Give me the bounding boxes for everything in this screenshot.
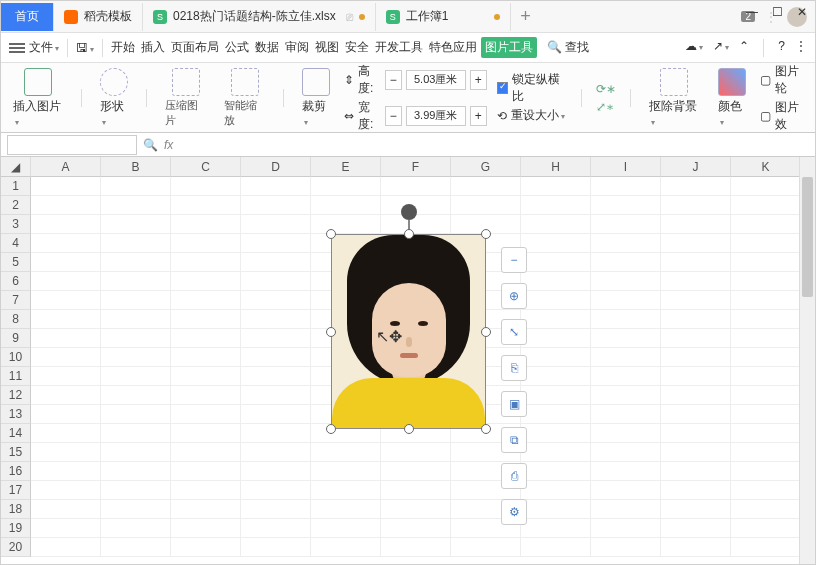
cell[interactable] bbox=[661, 443, 731, 462]
reset-size-button[interactable]: 重设大小▾ bbox=[511, 107, 565, 124]
cell[interactable] bbox=[31, 462, 101, 481]
cell[interactable] bbox=[521, 348, 591, 367]
menu-review[interactable]: 审阅 bbox=[283, 39, 311, 56]
menu-special[interactable]: 特色应用 bbox=[427, 39, 479, 56]
close-icon[interactable]: ✕ bbox=[797, 5, 807, 19]
cell[interactable] bbox=[381, 519, 451, 538]
cell[interactable] bbox=[241, 386, 311, 405]
resize-handle[interactable] bbox=[326, 327, 336, 337]
insert-picture-button[interactable]: 插入图片▾ bbox=[9, 68, 67, 127]
cell[interactable] bbox=[101, 462, 171, 481]
cell[interactable] bbox=[591, 253, 661, 272]
cell[interactable] bbox=[731, 481, 801, 500]
cell[interactable] bbox=[311, 538, 381, 557]
cell[interactable] bbox=[731, 348, 801, 367]
menu-layout[interactable]: 页面布局 bbox=[169, 39, 221, 56]
cell[interactable] bbox=[591, 367, 661, 386]
cell[interactable] bbox=[311, 215, 381, 234]
cell[interactable] bbox=[311, 443, 381, 462]
cell[interactable] bbox=[171, 329, 241, 348]
cell[interactable] bbox=[521, 481, 591, 500]
cell[interactable] bbox=[171, 310, 241, 329]
cell[interactable] bbox=[171, 443, 241, 462]
new-tab-button[interactable]: + bbox=[511, 6, 539, 27]
cell[interactable] bbox=[521, 405, 591, 424]
cell[interactable] bbox=[731, 424, 801, 443]
crop-button[interactable]: 裁剪▾ bbox=[298, 68, 334, 127]
cell[interactable] bbox=[101, 538, 171, 557]
cell[interactable] bbox=[661, 310, 731, 329]
cell[interactable] bbox=[171, 405, 241, 424]
col-header[interactable]: F bbox=[381, 157, 451, 177]
row-header[interactable]: 9 bbox=[1, 329, 31, 348]
smart-scale-button[interactable]: 智能缩放 bbox=[220, 68, 269, 128]
menu-formula[interactable]: 公式 bbox=[223, 39, 251, 56]
shape-button[interactable]: 形状▾ bbox=[96, 68, 132, 127]
cell[interactable] bbox=[101, 177, 171, 196]
file-menu[interactable]: 文件▾ bbox=[27, 39, 61, 56]
cell[interactable] bbox=[661, 386, 731, 405]
tab-templates[interactable]: 稻壳模板 bbox=[54, 3, 143, 31]
cell[interactable] bbox=[241, 310, 311, 329]
cell[interactable] bbox=[241, 367, 311, 386]
cloud-icon[interactable]: ☁▾ bbox=[685, 39, 703, 57]
cell[interactable] bbox=[171, 367, 241, 386]
cell[interactable] bbox=[731, 386, 801, 405]
cell[interactable] bbox=[241, 272, 311, 291]
cell[interactable] bbox=[311, 519, 381, 538]
select-float-button[interactable]: ▣ bbox=[501, 391, 527, 417]
cell[interactable] bbox=[661, 329, 731, 348]
cell[interactable] bbox=[661, 538, 731, 557]
settings-float-button[interactable]: ⚙ bbox=[501, 499, 527, 525]
compress-button[interactable]: 压缩图片 bbox=[161, 68, 210, 128]
cell[interactable] bbox=[31, 177, 101, 196]
cell[interactable] bbox=[171, 291, 241, 310]
cell[interactable] bbox=[171, 234, 241, 253]
lock-aspect-checkbox[interactable] bbox=[497, 82, 508, 94]
col-header[interactable]: D bbox=[241, 157, 311, 177]
cell[interactable] bbox=[31, 386, 101, 405]
cell[interactable] bbox=[171, 215, 241, 234]
cell[interactable] bbox=[731, 500, 801, 519]
resize-handle[interactable] bbox=[481, 327, 491, 337]
cell[interactable] bbox=[31, 443, 101, 462]
cell[interactable] bbox=[171, 424, 241, 443]
cell[interactable] bbox=[381, 215, 451, 234]
cell[interactable] bbox=[591, 500, 661, 519]
cell[interactable] bbox=[591, 443, 661, 462]
width-plus-button[interactable]: + bbox=[470, 106, 487, 126]
cell[interactable] bbox=[101, 253, 171, 272]
cell[interactable] bbox=[521, 500, 591, 519]
cell[interactable] bbox=[381, 462, 451, 481]
rotate-handle[interactable] bbox=[401, 204, 417, 220]
cell[interactable] bbox=[661, 234, 731, 253]
vertical-scrollbar[interactable] bbox=[799, 157, 815, 564]
height-minus-button[interactable]: − bbox=[385, 70, 402, 90]
cell[interactable] bbox=[171, 500, 241, 519]
cell[interactable] bbox=[241, 196, 311, 215]
cell[interactable] bbox=[591, 329, 661, 348]
cell[interactable] bbox=[521, 215, 591, 234]
cell[interactable] bbox=[31, 234, 101, 253]
cell[interactable] bbox=[31, 196, 101, 215]
cell[interactable] bbox=[101, 272, 171, 291]
cell[interactable] bbox=[101, 519, 171, 538]
cell[interactable] bbox=[591, 177, 661, 196]
zoom-out-button[interactable]: − bbox=[501, 247, 527, 273]
cell[interactable] bbox=[661, 272, 731, 291]
cell[interactable] bbox=[731, 253, 801, 272]
cell[interactable] bbox=[101, 367, 171, 386]
menu-view[interactable]: 视图 bbox=[313, 39, 341, 56]
cell[interactable] bbox=[591, 405, 661, 424]
cell[interactable] bbox=[591, 234, 661, 253]
cell[interactable] bbox=[101, 424, 171, 443]
cell[interactable] bbox=[241, 405, 311, 424]
cell[interactable] bbox=[521, 234, 591, 253]
cell[interactable] bbox=[31, 367, 101, 386]
formula-input[interactable] bbox=[179, 135, 815, 155]
cell[interactable] bbox=[101, 234, 171, 253]
cell[interactable] bbox=[661, 291, 731, 310]
cell[interactable] bbox=[31, 272, 101, 291]
more-icon[interactable]: ⋮ bbox=[795, 39, 807, 57]
color-button[interactable]: 颜色▾ bbox=[714, 68, 750, 127]
